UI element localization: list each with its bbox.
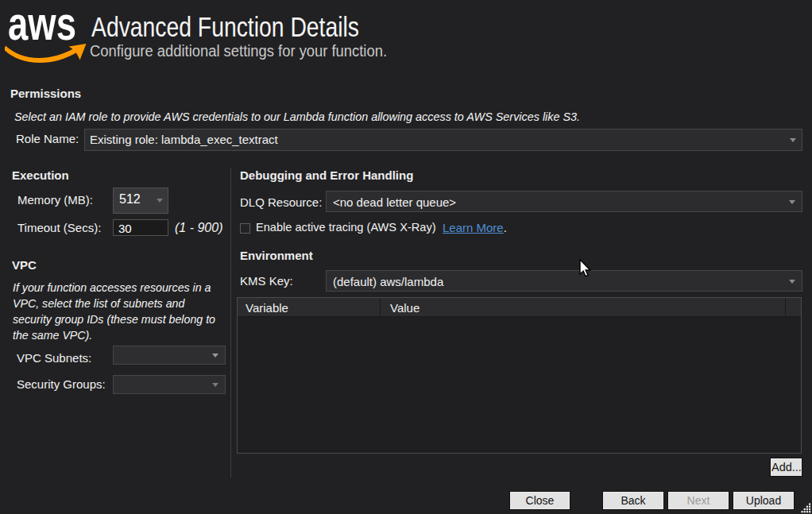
svg-text:aws: aws (8, 10, 76, 50)
